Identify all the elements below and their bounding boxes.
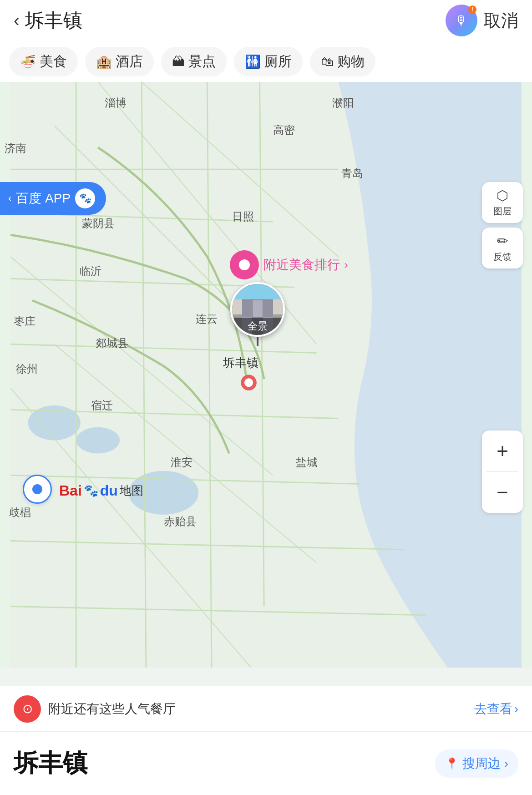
toilet-icon: 🚻 [245, 54, 261, 69]
search-nearby-label: 搜周边 [462, 755, 501, 772]
city-label-qichang: 歧椙 [9, 505, 31, 520]
city-label-rizhao: 日照 [232, 209, 254, 224]
see-more-arrow: › [514, 702, 518, 716]
food-icon: 🍜 [20, 54, 36, 69]
place-name: 坼丰镇 [14, 747, 87, 780]
baidu-app-chevron: ‹ [8, 192, 11, 204]
city-label-jinan: 济南 [5, 141, 26, 156]
layers-label: 图层 [493, 205, 512, 218]
city-label-zaozhuang: 枣庄 [14, 314, 35, 329]
city-label-zibo: 淄博 [105, 96, 127, 110]
baidu-logo-paw: 🐾 [84, 484, 98, 498]
svg-point-2 [76, 427, 120, 454]
zoom-out-button[interactable]: − [482, 472, 523, 513]
chip-scenery-label: 景点 [188, 52, 216, 71]
chip-food[interactable]: 🍜 美食 [9, 47, 78, 76]
chip-scenery[interactable]: 🏔 景点 [161, 47, 227, 76]
cancel-button[interactable]: 取消 [484, 9, 518, 32]
feedback-label: 反馈 [493, 251, 512, 263]
city-label-puyang: 濮阳 [332, 96, 354, 110]
city-label-gaomi: 高密 [273, 123, 295, 137]
hotel-icon: 🏨 [96, 54, 112, 69]
map-location-name: 坼丰镇 [223, 355, 258, 371]
chip-shopping-label: 购物 [337, 52, 365, 71]
city-label-chuyi: 赤贻县 [164, 514, 197, 529]
chip-hotel[interactable]: 🏨 酒店 [85, 47, 154, 76]
search-nearby-arrow: › [504, 756, 508, 771]
nearby-text: 附近还有这些人气餐厅 [48, 700, 474, 718]
baidu-logo: Bai 🐾 du 地图 [59, 482, 143, 499]
search-nearby-button[interactable]: 📍 搜周边 › [435, 749, 518, 778]
page-title: 坼丰镇 [25, 8, 82, 33]
city-label-lianyun: 连云 [196, 312, 218, 326]
chip-food-label: 美食 [40, 52, 67, 71]
chip-toilet-label: 厕所 [264, 52, 292, 71]
baidu-logo-ditu: 地图 [120, 483, 143, 499]
food-ranking-arrow: › [345, 258, 348, 271]
map-area[interactable]: 淄博 濮阳 高密 青岛 济南 泰安 蒙阴县 日照 临沂 枣庄 连云 郯城县 徐州… [0, 82, 532, 668]
city-label-xuzhou: 徐州 [16, 362, 38, 376]
svg-point-23 [244, 378, 253, 387]
right-panel: ⬡ 图层 ✏ 反馈 [482, 182, 523, 268]
see-more-button[interactable]: 去查看 › [474, 700, 518, 718]
city-label-suqian: 宿迁 [91, 398, 113, 413]
food-ranking-icon [230, 250, 259, 279]
chip-hotel-label: 酒店 [116, 52, 143, 71]
feedback-icon: ✏ [497, 233, 508, 249]
zoom-in-button[interactable]: + [482, 430, 523, 471]
filter-bar: 🍜 美食 🏨 酒店 🏔 景点 🚻 厕所 🛍 购物 [0, 41, 532, 82]
baidu-paw-icon: 🐾 [75, 188, 95, 208]
panorama-marker[interactable]: 全景 [230, 282, 285, 346]
feedback-button[interactable]: ✏ 反馈 [482, 228, 523, 268]
my-location-icon [31, 483, 44, 496]
mic-button[interactable]: 🎙 [446, 5, 477, 36]
bottom-nearby-bar[interactable]: ⊙ 附近还有这些人气餐厅 去查看 › [0, 686, 532, 731]
layers-icon: ⬡ [497, 187, 508, 203]
shopping-icon: 🛍 [321, 54, 334, 69]
map-background [0, 82, 532, 668]
city-label-huaian: 淮安 [171, 455, 193, 470]
restaurant-symbol: ⊙ [22, 701, 33, 716]
layers-button[interactable]: ⬡ 图层 [482, 182, 523, 223]
panorama-label: 全景 [232, 318, 283, 335]
baidu-app-label: 百度 APP [16, 190, 71, 207]
panorama-image: 全景 [230, 282, 285, 337]
panorama-pin [257, 337, 258, 346]
see-more-label: 去查看 [474, 700, 512, 718]
city-label-qingdao: 青岛 [341, 166, 363, 181]
baidu-logo-bai: Bai [59, 482, 82, 499]
food-ranking-label: 附近美食排行 [263, 256, 340, 273]
city-label-tancheng: 郯城县 [96, 336, 128, 350]
my-location-button[interactable] [23, 475, 52, 504]
zoom-controls: + − [482, 430, 523, 513]
chip-toilet[interactable]: 🚻 厕所 [234, 47, 303, 76]
city-label-yancheng: 盐城 [296, 455, 318, 470]
header-left: ‹ 坼丰镇 [14, 8, 82, 33]
map-location-marker: 坼丰镇 [223, 355, 258, 371]
food-ranking-inner [239, 259, 250, 270]
header-right: 🎙 取消 [446, 5, 518, 36]
baidu-logo-du: du [100, 482, 118, 499]
city-label-mengyin: 蒙阴县 [82, 216, 115, 231]
back-button[interactable]: ‹ [14, 11, 20, 30]
city-label-linyi: 临沂 [80, 264, 101, 279]
restaurant-icon: ⊙ [14, 695, 41, 723]
baidu-app-button[interactable]: ‹ 百度 APP 🐾 [0, 182, 106, 215]
header: ‹ 坼丰镇 🎙 取消 [0, 0, 532, 41]
food-ranking-bubble[interactable]: 附近美食排行 › [230, 250, 348, 279]
chip-shopping[interactable]: 🛍 购物 [310, 47, 375, 76]
scenery-icon: 🏔 [172, 54, 185, 69]
search-nearby-icon: 📍 [445, 757, 459, 770]
mic-icon: 🎙 [455, 13, 468, 28]
place-card: 坼丰镇 📍 搜周边 › [0, 731, 532, 795]
